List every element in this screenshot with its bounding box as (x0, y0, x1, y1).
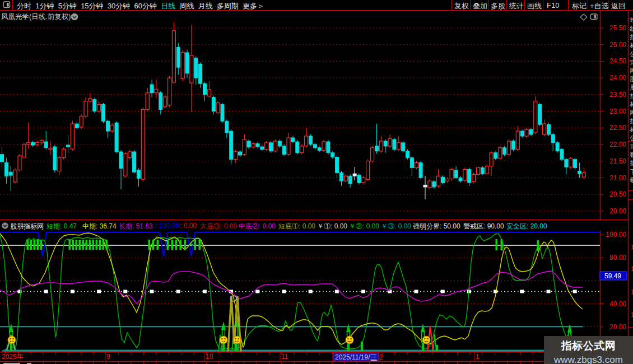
svg-text:10: 10 (206, 353, 213, 361)
svg-text:网: 网 (630, 67, 633, 74)
svg-text:标: 标 (630, 126, 633, 133)
svg-text:据: 据 (630, 160, 633, 166)
svg-text:2: 2 (379, 353, 383, 361)
svg-text:2025年: 2025年 (2, 353, 24, 361)
svg-text:20.50: 20.50 (609, 190, 626, 198)
svg-text:80.00: 80.00 (609, 254, 626, 262)
svg-text:22.00: 22.00 (609, 141, 626, 148)
svg-text:22.50: 22.50 (609, 124, 626, 132)
svg-text:式: 式 (630, 59, 633, 66)
svg-text:均: 均 (630, 17, 633, 24)
svg-text:21.50: 21.50 (609, 157, 626, 165)
svg-text:11: 11 (281, 353, 288, 361)
svg-text:2025/11/19/三: 2025/11/19/三 (335, 353, 377, 361)
svg-text:23.00: 23.00 (609, 108, 626, 115)
svg-text:100.00: 100.00 (606, 231, 626, 239)
svg-text:标: 标 (630, 101, 633, 108)
svg-text:公: 公 (630, 134, 633, 141)
svg-text:公: 公 (630, 50, 633, 57)
svg-text:9: 9 (106, 353, 110, 361)
svg-text:线: 线 (630, 25, 633, 32)
svg-text:网: 网 (630, 109, 633, 116)
svg-text:25.00: 25.00 (609, 41, 626, 49)
svg-text:朋: 朋 (630, 84, 633, 91)
svg-text:1: 1 (631, 244, 633, 250)
svg-text:股: 股 (630, 76, 633, 82)
svg-text:数: 数 (630, 151, 633, 158)
svg-text:25.50: 25.50 (609, 24, 626, 32)
svg-text:标: 标 (630, 42, 633, 49)
svg-text:1: 1 (631, 265, 633, 272)
svg-text:59.49: 59.49 (604, 272, 621, 280)
svg-text:式: 式 (630, 143, 633, 150)
svg-text:20.00: 20.00 (609, 207, 626, 215)
svg-text:指: 指 (630, 92, 633, 99)
svg-text:1: 1 (631, 288, 633, 295)
svg-text:指: 指 (630, 34, 633, 40)
svg-text:载: 载 (630, 176, 633, 183)
svg-text:24.50: 24.50 (609, 57, 626, 65)
svg-text:23.50: 23.50 (609, 91, 626, 99)
svg-text:40.00: 40.00 (609, 300, 626, 308)
svg-text:1: 1 (476, 353, 480, 361)
svg-text:1: 1 (631, 311, 633, 318)
svg-text:下: 下 (630, 168, 633, 175)
svg-text:20.00: 20.00 (609, 323, 626, 331)
svg-text:指: 指 (630, 118, 633, 124)
svg-text:24.00: 24.00 (609, 74, 626, 82)
svg-text:21.00: 21.00 (609, 174, 626, 182)
